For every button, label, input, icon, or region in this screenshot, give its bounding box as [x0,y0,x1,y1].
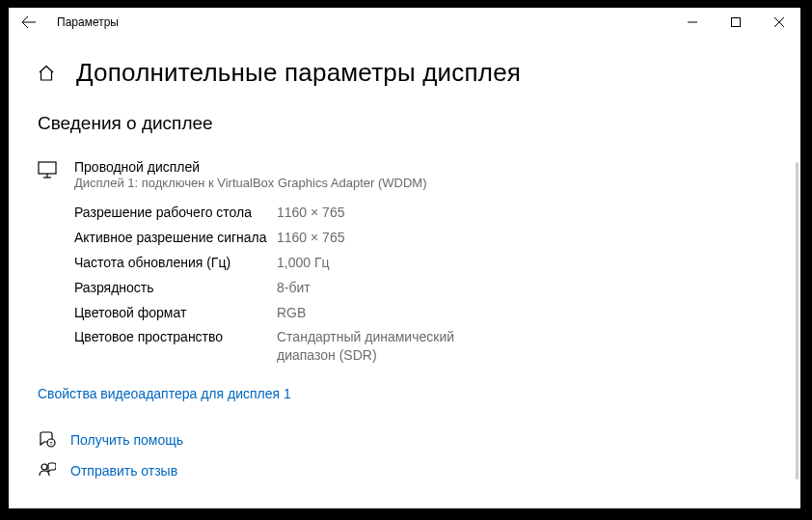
close-icon [774,17,784,27]
maximize-button[interactable] [714,8,757,37]
spec-row: Разрешение рабочего стола1160 × 765 [74,204,800,222]
minimize-icon [688,17,697,27]
home-icon [38,65,55,82]
spec-row: Частота обновления (Гц)1,000 Гц [74,254,800,272]
spec-label: Цветовой формат [74,304,277,322]
send-feedback-link[interactable]: Отправить отзыв [70,463,177,479]
page-title: Дополнительные параметры дисплея [76,58,521,88]
display-info: Проводной дисплей Дисплей 1: подключен к… [38,159,800,190]
get-help-link[interactable]: Получить помощь [70,432,183,448]
monitor-icon [38,161,59,182]
spec-label: Разрешение рабочего стола [74,204,277,222]
spec-label: Активное разрешение сигнала [74,229,277,247]
home-button[interactable] [38,64,57,83]
svg-point-9 [41,464,47,470]
content-area: Дополнительные параметры дисплея Сведени… [9,37,800,508]
titlebar: Параметры [9,8,800,37]
adapter-properties-link[interactable]: Свойства видеоадаптера для дисплея 1 [38,386,291,401]
spec-row: Цветовой форматRGB [74,304,800,322]
display-detail: Дисплей 1: подключен к VirtualBox Graphi… [74,176,427,190]
section-title: Сведения о дисплее [38,113,800,134]
display-name: Проводной дисплей [74,159,427,175]
spec-value: RGB [277,304,306,322]
spec-label: Цветовое пространство [74,328,277,365]
maximize-icon [731,17,741,27]
svg-rect-4 [39,162,56,174]
spec-value: 1,000 Гц [277,254,330,272]
window-title: Параметры [49,15,670,29]
arrow-left-icon [21,14,37,30]
feedback-icon [38,462,57,479]
back-button[interactable] [9,8,49,37]
spec-row: Цветовое пространствоСтандартный динамич… [74,328,800,365]
spec-label: Разрядность [74,279,277,297]
svg-rect-1 [731,18,740,27]
spec-value: 1160 × 765 [277,204,344,222]
spec-table: Разрешение рабочего стола1160 × 765Актив… [74,204,800,365]
spec-label: Частота обновления (Гц) [74,254,277,272]
spec-value: Стандартный динамический диапазон (SDR) [277,328,489,365]
help-icon: ? [38,431,57,449]
spec-value: 1160 × 765 [277,229,344,247]
spec-row: Разрядность8-бит [74,279,800,297]
spec-row: Активное разрешение сигнала1160 × 765 [74,229,800,247]
close-button[interactable] [757,8,800,37]
window-controls [670,8,800,37]
spec-value: 8-бит [277,279,311,297]
settings-window: Параметры [9,8,800,508]
minimize-button[interactable] [670,8,714,37]
scrollbar[interactable] [796,162,798,479]
